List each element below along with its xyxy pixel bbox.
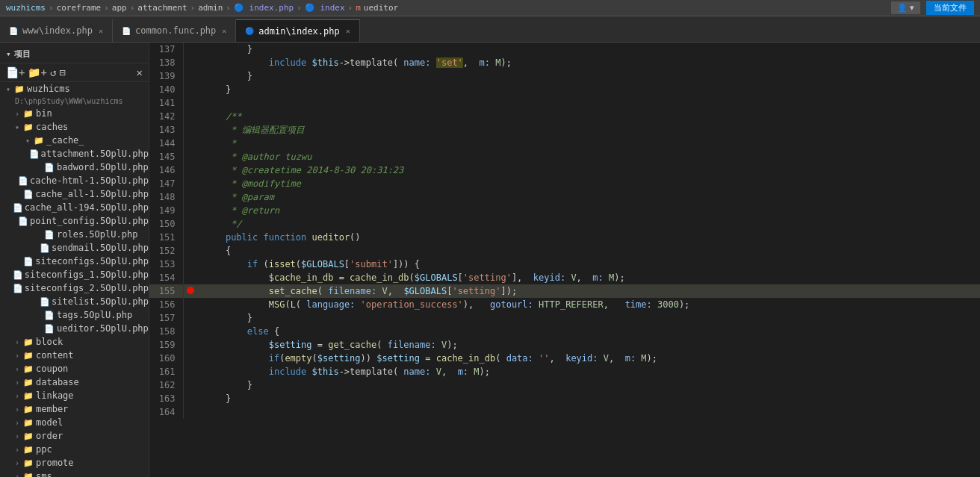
sidebar-file-sendmail[interactable]: 📄 sendmail.5OplU.php [0, 241, 149, 255]
line-gutter[interactable] [183, 365, 198, 378]
tab-icon-www: 📄 [9, 27, 18, 35]
collapse-icon[interactable]: ⊟ [59, 66, 65, 78]
line-gutter[interactable] [183, 43, 198, 56]
line-gutter[interactable] [183, 56, 198, 69]
line-gutter[interactable] [183, 405, 198, 419]
sidebar-file-siteconfigs2[interactable]: 📄 siteconfigs_2.5OplU.php [0, 281, 149, 295]
file-label-badword: badword.5OplU.php [57, 162, 149, 172]
file-label-tags: tags.5OplU.php [57, 310, 132, 320]
tab-label-common: common.func.php [135, 25, 216, 36]
line-gutter[interactable] [183, 258, 198, 271]
sidebar-file-badword[interactable]: 📄 badword.5OplU.php [0, 160, 149, 174]
code-line-161: 161 include $this->template( name: V, m:… [149, 365, 980, 378]
model-folder-icon: 📁 [22, 418, 34, 428]
line-gutter[interactable] [183, 392, 198, 405]
code-line-156: 156 MSG(L( language: 'operation_success'… [149, 298, 980, 311]
breadcrumb-attachment[interactable]: attachment [137, 3, 187, 13]
sidebar-file-sitelist[interactable]: 📄 sitelist.5OplU.php [0, 295, 149, 308]
breadcrumb-wuzhicms[interactable]: wuzhicms [6, 3, 46, 13]
breadcrumb-index[interactable]: 🔵 index [305, 3, 345, 13]
line-gutter[interactable] [183, 325, 198, 338]
code-line-142: 142 /** [149, 110, 980, 123]
new-folder-icon[interactable]: 📁+ [28, 66, 46, 78]
sidebar-item-bin[interactable]: › 📁 bin [0, 107, 149, 120]
tree-root[interactable]: ▾ 📁 wuzhicms [0, 82, 149, 96]
line-number: 147 [149, 177, 183, 190]
sidebar-item-ppc[interactable]: › 📁 ppc [0, 443, 149, 456]
sidebar-file-cache-all194[interactable]: 📄 cache_all-194.5OplU.php [0, 201, 149, 214]
refresh-icon[interactable]: ↺ [50, 66, 56, 78]
line-gutter[interactable] [183, 284, 198, 298]
line-gutter[interactable] [183, 163, 198, 177]
line-content: $setting = get_cache( filename: V); [198, 338, 980, 352]
close-sidebar-icon[interactable]: ✕ [137, 66, 143, 78]
tab-www-index[interactable]: 📄 www\index.php ✕ [0, 19, 113, 42]
sidebar-file-point-config[interactable]: 📄 point_config.5OplU.php [0, 214, 149, 228]
sidebar-file-tags[interactable]: 📄 tags.5OplU.php [0, 308, 149, 322]
line-gutter[interactable] [183, 177, 198, 190]
line-gutter[interactable] [183, 311, 198, 325]
line-gutter[interactable] [183, 244, 198, 258]
sidebar-item-cache[interactable]: ▾ 📁 _cache_ [0, 134, 149, 147]
line-gutter[interactable] [183, 123, 198, 137]
breadcrumb-m[interactable]: m [356, 3, 361, 13]
breadcrumb-app[interactable]: app [112, 3, 127, 13]
user-button[interactable]: 👤 ▾ [891, 1, 920, 14]
breadcrumb-ueditor[interactable]: ueditor [364, 3, 398, 13]
breadcrumb-indexphp[interactable]: 🔵 index.php [234, 3, 294, 13]
sidebar-item-block[interactable]: › 📁 block [0, 335, 149, 349]
line-gutter[interactable] [183, 338, 198, 352]
line-gutter[interactable] [183, 352, 198, 365]
current-file-button[interactable]: 当前文件 [926, 1, 974, 15]
line-content: { [198, 244, 980, 258]
sidebar-item-coupon[interactable]: › 📁 coupon [0, 362, 149, 375]
close-tab-admin[interactable]: ✕ [346, 27, 350, 35]
sidebar-file-cache-all1[interactable]: 📄 cache_all-1.5OplU.php [0, 187, 149, 201]
line-gutter[interactable] [183, 378, 198, 392]
line-gutter[interactable] [183, 217, 198, 231]
sidebar-item-order[interactable]: › 📁 order [0, 429, 149, 443]
sidebar-file-attachment[interactable]: 📄 attachment.5OplU.php [0, 147, 149, 160]
line-gutter[interactable] [183, 231, 198, 244]
sidebar-file-ueditor[interactable]: 📄 ueditor.5OplU.php [0, 322, 149, 335]
sidebar-file-siteconfigs1[interactable]: 📄 siteconfigs_1.5OplU.php [0, 268, 149, 281]
sidebar-item-content[interactable]: › 📁 content [0, 349, 149, 362]
line-gutter[interactable] [183, 271, 198, 284]
line-gutter[interactable] [183, 204, 198, 217]
line-gutter[interactable] [183, 110, 198, 123]
sidebar-file-roles[interactable]: 📄 roles.5OplU.php [0, 228, 149, 241]
line-gutter[interactable] [183, 69, 198, 83]
sidebar-item-promote[interactable]: › 📁 promote [0, 456, 149, 470]
line-gutter[interactable] [183, 137, 198, 150]
line-gutter[interactable] [183, 298, 198, 311]
close-tab-www[interactable]: ✕ [99, 27, 103, 35]
line-number: 161 [149, 365, 183, 378]
close-tab-common[interactable]: ✕ [222, 27, 226, 35]
line-number: 157 [149, 311, 183, 325]
breadcrumb-admin[interactable]: admin [198, 3, 223, 13]
sidebar-item-database[interactable]: › 📁 database [0, 375, 149, 389]
line-gutter[interactable] [183, 150, 198, 163]
sidebar-file-siteconfigs[interactable]: 📄 siteconfigs.5OplU.php [0, 255, 149, 268]
breadcrumb-coreframe[interactable]: coreframe [57, 3, 102, 13]
sidebar-item-linkage[interactable]: › 📁 linkage [0, 389, 149, 402]
block-label: block [36, 337, 63, 347]
sidebar-item-caches[interactable]: ▾ 📁 caches [0, 120, 149, 134]
line-gutter[interactable] [183, 83, 198, 96]
tab-admin-index[interactable]: 🔵 admin\index.php ✕ [236, 19, 359, 42]
line-number: 152 [149, 244, 183, 258]
tab-icon-admin: 🔵 [245, 27, 254, 35]
sidebar-file-cache-html[interactable]: 📄 cache-html-1.5OplU.php [0, 174, 149, 187]
tab-common-func[interactable]: 📄 common.func.php ✕ [113, 19, 236, 42]
sidebar-item-sms[interactable]: › 📁 sms [0, 470, 149, 477]
sidebar-item-member[interactable]: › 📁 member [0, 402, 149, 416]
line-number: 151 [149, 231, 183, 244]
line-gutter[interactable] [183, 190, 198, 204]
file-label-siteconfigs1: siteconfigs_1.5OplU.php [25, 269, 149, 280]
line-content [198, 405, 980, 419]
line-gutter[interactable] [183, 96, 198, 110]
sidebar-item-model[interactable]: › 📁 model [0, 416, 149, 429]
new-file-icon[interactable]: 📄+ [6, 66, 25, 78]
code-editor[interactable]: 137 }138 include $this->template( name: … [149, 43, 980, 477]
file-icon-attachment: 📄 [29, 149, 40, 159]
